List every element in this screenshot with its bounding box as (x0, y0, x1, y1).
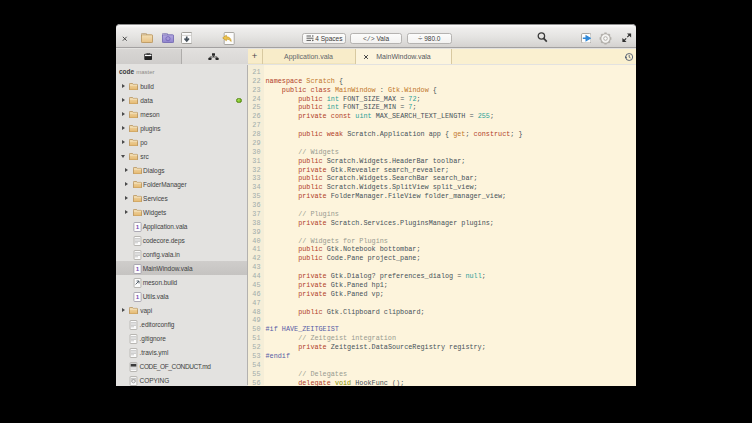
svg-text:1: 1 (135, 222, 139, 229)
svg-text:1: 1 (135, 264, 139, 271)
svg-text:1: 1 (135, 292, 139, 299)
